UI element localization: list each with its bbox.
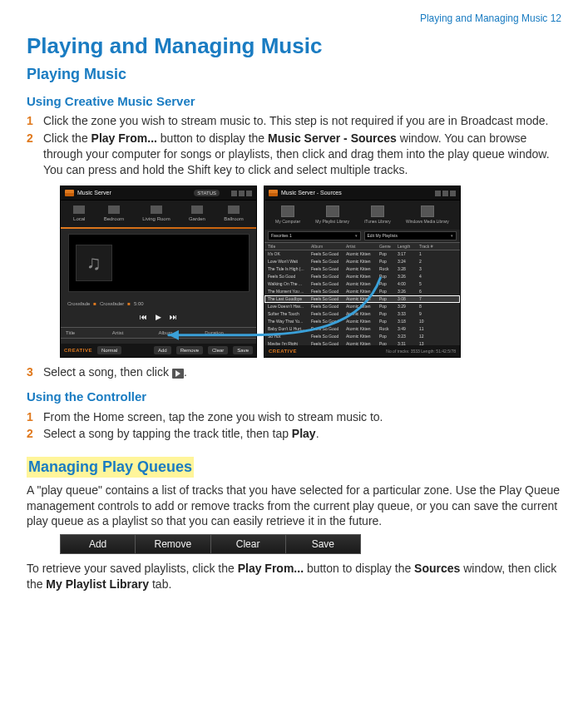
window-buttons (231, 191, 252, 196)
library-tabs: My Computer My Playlist Library iTunes L… (264, 201, 460, 230)
zone-label: Living Room (142, 216, 170, 221)
remove-button: Remove (136, 535, 210, 553)
favorites-dropdown: Favorites 1▾ (268, 231, 361, 240)
zone-icon (73, 206, 85, 214)
remove-button: Remove (176, 346, 203, 354)
track-row: The Last GoodbyeFeels So GoodAtomic Kitt… (264, 295, 460, 303)
save-button: Save (233, 346, 253, 354)
text: button to display the (157, 131, 268, 145)
playback-controls: ⏮ ▶ ⏭ (61, 310, 256, 327)
step-text: Select a song by tapping the track title… (43, 426, 561, 442)
now-playing-panel: ♫ (68, 234, 250, 292)
track-row: Love Doesn't Hav...Feels So GoodAtomic K… (264, 303, 460, 310)
mode-button: Normal (97, 346, 121, 354)
text: tab. (149, 577, 171, 591)
steps-controller: 1 From the Home screen, tap the zone you… (27, 409, 561, 443)
window-title: Music Server - Sources (281, 189, 342, 196)
step-number: 2 (27, 131, 43, 178)
track-count-label: No of tracks: 3533 Length: 51:42:5/78 (386, 349, 456, 354)
zones-row: Local Bedroom Living Room Garden Ballroo… (61, 201, 256, 227)
track-row: Love Won't WaitFeels So GoodAtomic Kitte… (264, 258, 460, 265)
track-row: So HotFeels So GoodAtomic KittenPop3:231… (264, 333, 460, 340)
section-managing-queues: Managing Play Queues (27, 457, 561, 477)
track-row: The Moment You ...Feels So GoodAtomic Ki… (264, 288, 460, 295)
step-number: 2 (27, 426, 43, 442)
text: . (316, 427, 319, 440)
add-button: Add (154, 346, 171, 354)
zone-icon (191, 206, 203, 214)
play-icon: ▶ (156, 312, 161, 322)
playlist-icon (326, 206, 339, 217)
itunes-icon (371, 206, 384, 217)
bold-sources-window: Music Server - Sources (268, 131, 397, 145)
text: To retrieve your saved playlists, click … (27, 562, 238, 575)
subsection-using-creative-music-server: Using Creative Music Server (27, 93, 561, 110)
step-number: 1 (27, 409, 43, 425)
play-button-icon (172, 369, 184, 379)
track-header: Title Album Artist Genre Length Track # (264, 242, 460, 251)
text: . (184, 365, 187, 379)
highlighted-heading: Managing Play Queues (27, 457, 194, 477)
bold-play: Play (292, 427, 316, 440)
queue-management-buttons-image: Add Remove Clear Save (60, 534, 361, 554)
creative-logo-icon (65, 190, 74, 196)
prev-icon: ⏮ (140, 312, 147, 322)
clear-button: Clear (211, 535, 286, 553)
crossfader-label: Crossfader (100, 300, 124, 307)
zone-label: Bedroom (104, 216, 124, 221)
section-playing-music: Playing Music (27, 64, 561, 84)
zone-label: Garden (189, 216, 205, 221)
screenshot-pair: Music Server STATUS Local Bedroom Living… (60, 186, 561, 358)
steps-server: 1 Click the zone you wish to stream musi… (27, 113, 561, 178)
page-header-label: Playing and Managing Music 12 (27, 12, 561, 25)
zone-icon (228, 206, 240, 214)
text: Select a song, then click (43, 365, 172, 379)
steps-server-cont: 3 Select a song, then click . (27, 364, 561, 380)
track-row: Softer The TouchFeels So GoodAtomic Kitt… (264, 310, 460, 318)
save-button: Save (286, 535, 360, 553)
track-list: It's OKFeels So GoodAtomic KittenPop3:17… (264, 250, 460, 358)
subsection-using-controller: Using the Controller (27, 389, 561, 405)
text: button to display the (304, 562, 414, 575)
screenshot-music-server: Music Server STATUS Local Bedroom Living… (60, 186, 257, 358)
track-row: Baby Don't U Hurt...Feels So GoodAtomic … (264, 325, 460, 333)
step-text: Click the Play From... button to display… (43, 131, 561, 178)
track-row: It's OKFeels So GoodAtomic KittenPop3:17… (264, 250, 460, 258)
track-row: Walking On The ...Feels So GoodAtomic Ki… (264, 280, 460, 288)
text: Click the (43, 131, 91, 145)
zone-label: Ballroom (224, 216, 244, 221)
music-note-icon: ♫ (76, 245, 112, 281)
step-text: From the Home screen, tap the zone you w… (43, 409, 561, 425)
creative-logo-icon (269, 190, 278, 196)
add-button: Add (61, 535, 136, 553)
bold-playfrom: Play From... (238, 562, 304, 575)
bold-playfrom: Play From... (91, 131, 157, 145)
paragraph: A "play queue" contains a list of tracks… (27, 483, 561, 530)
bold-sources: Sources (414, 562, 460, 575)
next-icon: ⏭ (170, 312, 177, 322)
zone-icon (108, 206, 120, 214)
crossfade-label: Crossfade (67, 300, 90, 307)
clear-button: Clear (208, 346, 228, 354)
paragraph: To retrieve your saved playlists, click … (27, 561, 561, 592)
computer-icon (281, 206, 294, 217)
edit-playlists-dropdown: Edit My Playlists▾ (364, 231, 457, 240)
step-number: 3 (27, 364, 43, 380)
track-row: The Way That Yo...Feels So GoodAtomic Ki… (264, 318, 460, 325)
queue-header: TitleArtistAlbumDuration (61, 327, 256, 339)
brand-label: CREATIVE (64, 347, 92, 354)
step-text: Click the zone you wish to stream music … (43, 113, 561, 129)
window-buttons (435, 191, 456, 196)
window-title: Music Server (77, 189, 111, 196)
bold-myplaylist: My Playlist Library (46, 577, 149, 591)
crossfade-value: 5:00 (134, 300, 144, 307)
zone-label: Local (73, 216, 85, 221)
step-number: 1 (27, 113, 43, 129)
page-title: Playing and Managing Music (27, 32, 561, 61)
text: Select a song by tapping the track title… (43, 427, 292, 440)
brand-label: CREATIVE (269, 348, 297, 354)
status-pill: STATUS (194, 190, 220, 196)
step-text: Select a song, then click . (43, 364, 561, 380)
screenshot-sources: Music Server - Sources My Computer My Pl… (264, 186, 461, 358)
zone-icon (151, 206, 162, 214)
